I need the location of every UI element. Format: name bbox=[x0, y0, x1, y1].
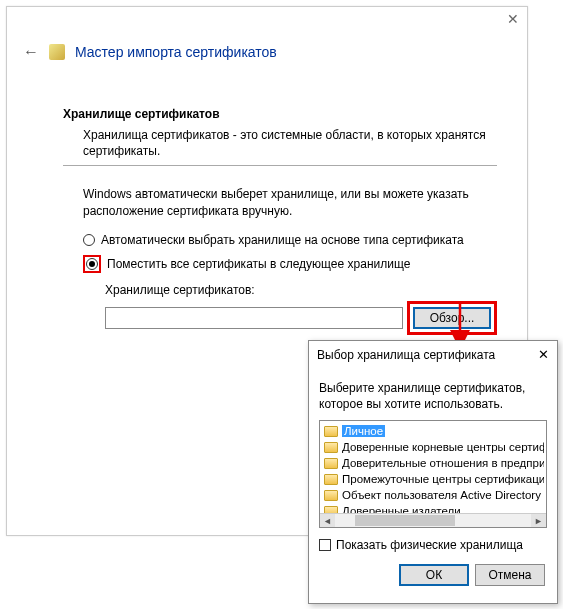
store-tree[interactable]: Личное Доверенные корневые центры сертиф… bbox=[319, 420, 547, 528]
wizard-header: ← Мастер импорта сертификатов bbox=[23, 43, 277, 61]
select-store-dialog: Выбор хранилища сертификата ✕ Выберите х… bbox=[308, 340, 558, 604]
dialog-buttons: ОК Отмена bbox=[319, 564, 547, 586]
ok-button[interactable]: ОК bbox=[399, 564, 469, 586]
tree-item-label: Доверительные отношения в предприяти bbox=[342, 457, 544, 469]
highlight-box: Обзор... bbox=[407, 301, 497, 335]
radio-dot-icon bbox=[89, 261, 95, 267]
tree-item[interactable]: Личное bbox=[324, 423, 544, 439]
scroll-left-icon[interactable]: ◄ bbox=[320, 514, 335, 527]
tree-item-label: Объект пользователя Active Directory bbox=[342, 489, 541, 501]
back-arrow-icon[interactable]: ← bbox=[23, 43, 39, 61]
folder-icon bbox=[324, 442, 338, 453]
dialog-instruction: Выберите хранилище сертификатов, которое… bbox=[319, 380, 547, 412]
tree-item-label: Промежуточные центры сертификации bbox=[342, 473, 544, 485]
dialog-body: Выберите хранилище сертификатов, которое… bbox=[309, 366, 557, 594]
tree-item-label: Личное bbox=[342, 425, 385, 437]
radio-place-label: Поместить все сертификаты в следующее хр… bbox=[107, 257, 410, 271]
folder-icon bbox=[324, 490, 338, 501]
radio-auto-label: Автоматически выбрать хранилище на основ… bbox=[101, 233, 464, 247]
divider bbox=[63, 165, 497, 166]
section-description: Хранилища сертификатов - это системные о… bbox=[83, 127, 497, 159]
scroll-thumb[interactable] bbox=[355, 515, 455, 526]
tree-item[interactable]: Промежуточные центры сертификации bbox=[324, 471, 544, 487]
wizard-title: Мастер импорта сертификатов bbox=[75, 44, 277, 60]
browse-button[interactable]: Обзор... bbox=[413, 307, 491, 329]
tree-item[interactable]: Доверенные корневые центры сертифика bbox=[324, 439, 544, 455]
horizontal-scrollbar[interactable]: ◄ ► bbox=[320, 513, 546, 527]
wizard-content: Хранилище сертификатов Хранилища сертифи… bbox=[63, 107, 497, 335]
checkbox-icon bbox=[319, 539, 331, 551]
cancel-button[interactable]: Отмена bbox=[475, 564, 545, 586]
folder-icon bbox=[324, 458, 338, 469]
store-input[interactable] bbox=[105, 307, 403, 329]
radio-place-all[interactable]: Поместить все сертификаты в следующее хр… bbox=[83, 255, 497, 273]
tree-item-label: Доверенные корневые центры сертифика bbox=[342, 441, 544, 453]
close-icon[interactable]: ✕ bbox=[538, 347, 549, 362]
radio-icon bbox=[86, 258, 98, 270]
scroll-right-icon[interactable]: ► bbox=[531, 514, 546, 527]
radio-icon bbox=[83, 234, 95, 246]
store-row: Обзор... bbox=[105, 301, 497, 335]
certificate-wizard-icon bbox=[49, 44, 65, 60]
auto-select-text: Windows автоматически выберет хранилище,… bbox=[83, 186, 497, 218]
tree-item[interactable]: Объект пользователя Active Directory bbox=[324, 487, 544, 503]
show-physical-label: Показать физические хранилища bbox=[336, 538, 523, 552]
highlight-box bbox=[83, 255, 101, 273]
store-field-label: Хранилище сертификатов: bbox=[105, 283, 497, 297]
show-physical-checkbox[interactable]: Показать физические хранилища bbox=[319, 538, 547, 552]
dialog-title: Выбор хранилища сертификата bbox=[317, 348, 495, 362]
radio-auto-select[interactable]: Автоматически выбрать хранилище на основ… bbox=[83, 233, 497, 247]
folder-icon bbox=[324, 474, 338, 485]
close-icon[interactable]: ✕ bbox=[507, 11, 519, 27]
scroll-track[interactable] bbox=[335, 514, 531, 527]
dialog-titlebar: Выбор хранилища сертификата ✕ bbox=[309, 341, 557, 366]
section-title: Хранилище сертификатов bbox=[63, 107, 497, 121]
tree-item[interactable]: Доверительные отношения в предприяти bbox=[324, 455, 544, 471]
folder-icon bbox=[324, 426, 338, 437]
